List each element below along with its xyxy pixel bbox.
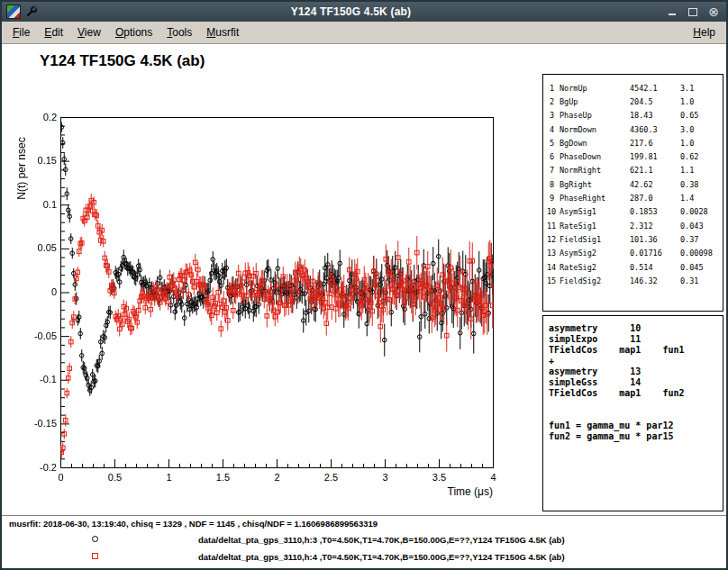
- y-axis-title: N(t) per nsec: [15, 110, 28, 227]
- param-value: 0.514: [630, 263, 680, 272]
- window-title: Y124 TF150G 4.5K (ab): [42, 5, 660, 18]
- param-name: PhaseUp: [560, 111, 630, 120]
- param-idx: 14: [547, 263, 560, 272]
- x-tick-label: 3: [366, 472, 405, 483]
- menubar: FileEditViewOptionsToolsMusrfit Help: [2, 22, 726, 44]
- param-error: 3.0: [680, 125, 719, 134]
- param-name: BgDown: [560, 139, 630, 148]
- menu-help[interactable]: Help: [686, 23, 723, 42]
- minimize-icon: [669, 14, 676, 15]
- param-value: 199.81: [630, 152, 680, 161]
- x-tick-label: 4: [474, 472, 514, 483]
- param-value: 4542.1: [630, 84, 680, 93]
- param-name: AsymSig1: [560, 207, 630, 216]
- param-name: RateSig1: [560, 222, 630, 231]
- fit-parameter-row: 9PhaseRight287.01.4: [547, 191, 719, 204]
- legend-text: data/deltat_pta_gps_3110,h:4 ,T0=4.50K,T…: [198, 552, 565, 562]
- status-divider: [2, 515, 726, 516]
- menu-view[interactable]: View: [70, 23, 108, 42]
- param-error: 0.043: [680, 222, 719, 231]
- fit-parameter-row: 2BgUp204.51.0: [547, 95, 719, 108]
- menu-tools[interactable]: Tools: [159, 23, 199, 42]
- param-value: 0.01716: [630, 249, 680, 258]
- legend-circle-marker: [92, 536, 98, 542]
- param-error: 0.65: [680, 111, 719, 120]
- y-tick-label: 0: [17, 286, 57, 297]
- y-tick-label: 0.05: [17, 242, 57, 253]
- y-tick-label: -0.2: [17, 462, 57, 473]
- fit-parameter-row: 14RateSig20.5140.045: [547, 260, 719, 274]
- x-tick-label: 1: [150, 472, 189, 483]
- param-idx: 11: [547, 222, 560, 231]
- param-name: PhaseDown: [560, 152, 630, 161]
- param-idx: 2: [547, 97, 560, 106]
- menu-file[interactable]: File: [5, 23, 37, 42]
- param-error: 1.0: [680, 97, 719, 106]
- param-value: 621.1: [630, 166, 680, 175]
- param-error: 0.38: [680, 180, 719, 189]
- fit-parameter-row: 7NormRight621.11.1: [547, 164, 719, 177]
- x-tick-label: 2: [258, 472, 297, 483]
- param-error: 0.00098: [680, 249, 719, 258]
- param-value: 18.43: [630, 111, 680, 120]
- param-value: 4360.3: [630, 125, 680, 134]
- param-value: 204.5: [630, 97, 680, 106]
- maximize-icon: [688, 8, 697, 16]
- param-idx: 4: [547, 125, 560, 134]
- param-error: 0.37: [680, 235, 719, 244]
- legend-row: data/deltat_pta_gps_3110,h:3 ,T0=4.50K,T…: [2, 535, 726, 546]
- maximize-button[interactable]: [685, 5, 701, 19]
- x-tick-label: 0.5: [96, 472, 135, 483]
- param-idx: 10: [547, 207, 560, 216]
- param-value: 101.36: [630, 235, 680, 244]
- param-name: AsymSig2: [560, 249, 630, 258]
- param-error: 1.0: [680, 139, 719, 148]
- param-idx: 3: [547, 111, 560, 120]
- param-value: 146.32: [630, 276, 680, 285]
- param-idx: 12: [547, 235, 560, 244]
- y-tick-label: -0.15: [17, 418, 57, 429]
- plot-title: Y124 TF150G 4.5K (ab): [40, 52, 205, 70]
- param-name: RateSig2: [560, 263, 630, 272]
- param-idx: 7: [547, 166, 560, 175]
- fit-parameter-row: 11RateSig12.3120.043: [547, 219, 719, 232]
- x-tick-label: 2.5: [312, 472, 351, 483]
- fit-parameter-row: 3PhaseUp18.430.65: [547, 109, 719, 122]
- param-idx: 9: [547, 194, 560, 203]
- menu-musrfit[interactable]: Musrfit: [199, 23, 246, 42]
- x-axis-title: Time (μs): [367, 485, 493, 498]
- legend-text: data/deltat_pta_gps_3110,h:3 ,T0=4.50K,T…: [198, 535, 565, 545]
- param-value: 287.0: [630, 194, 680, 203]
- param-idx: 8: [547, 180, 560, 189]
- app-window: Y124 TF150G 4.5K (ab) ⊗ FileEditViewOpti…: [0, 0, 728, 570]
- param-error: 3.1: [680, 84, 719, 93]
- param-idx: 15: [547, 276, 560, 285]
- fit-parameter-row: 8BgRight42.620.38: [547, 177, 719, 191]
- param-name: NormUp: [560, 84, 630, 93]
- param-value: 42.62: [630, 180, 680, 189]
- close-button[interactable]: ⊗: [705, 5, 722, 19]
- param-error: 0.31: [680, 276, 719, 285]
- legend-row: data/deltat_pta_gps_3110,h:4 ,T0=4.50K,T…: [2, 552, 726, 563]
- plot-canvas[interactable]: [60, 117, 494, 468]
- menu-options[interactable]: Options: [108, 23, 159, 42]
- param-error: 0.62: [680, 152, 719, 161]
- minimize-button[interactable]: [664, 5, 680, 19]
- param-error: 0.045: [680, 263, 719, 272]
- param-idx: 13: [547, 249, 560, 258]
- fit-parameter-row: 4NormDown4360.33.0: [547, 122, 719, 136]
- param-name: PhaseRight: [560, 194, 630, 203]
- x-tick-label: 0: [41, 472, 81, 483]
- theory-box: asymmetry 10 simplExpo 11 TFieldCos map1…: [542, 315, 723, 511]
- fit-parameter-row: 1NormUp4542.13.1: [547, 81, 719, 95]
- fit-parameters-box: 1NormUp4542.13.12BgUp204.51.03PhaseUp18.…: [542, 74, 723, 312]
- app-icon[interactable]: [6, 5, 21, 19]
- legend-square-marker: [92, 553, 98, 559]
- wrench-icon: [25, 5, 38, 18]
- y-tick-label: -0.05: [17, 330, 57, 341]
- fit-parameter-row: 12FieldSig1101.360.37: [547, 232, 719, 246]
- status-line: musrfit: 2018-06-30, 13:19:40, chisq = 1…: [9, 519, 378, 529]
- param-value: 0.1853: [630, 207, 680, 216]
- param-name: NormDown: [560, 125, 630, 134]
- menu-edit[interactable]: Edit: [37, 23, 70, 42]
